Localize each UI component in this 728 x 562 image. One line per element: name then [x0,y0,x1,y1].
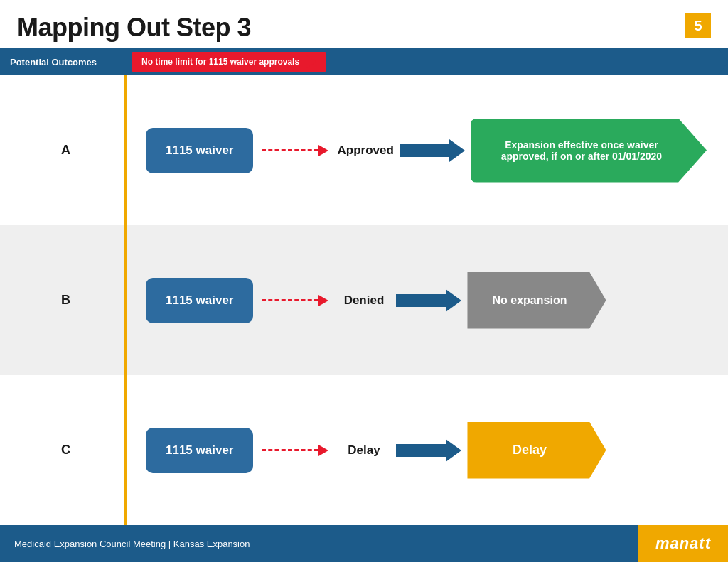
scenario-row-b: B 1115 waiver Denied No expansion [0,225,728,375]
scenario-content-b: 1115 waiver Denied No expansion [124,258,728,343]
result-shape-b: No expansion [467,272,606,329]
dashed-arrowhead-b [318,295,328,306]
scenario-label-a: A [0,143,124,158]
blue-arrow-head-a [449,139,465,162]
dashed-line-a [262,149,318,151]
slide: Mapping Out Step 3 5 Potential Outcomes … [0,0,728,562]
dashed-arrow-c [262,445,328,456]
footer: Medicaid Expansion Council Meeting | Kan… [0,525,728,562]
dashed-arrow-b [262,295,328,306]
waiver-box-c: 1115 waiver [146,428,253,473]
result-shape-c: Delay [467,422,606,479]
title-area: Mapping Out Step 3 5 [0,0,728,48]
dashed-line-b [262,299,318,301]
blue-arrow-a [400,139,465,162]
scenario-content-c: 1115 waiver Delay Delay [124,408,728,493]
scenario-label-c: C [0,443,124,458]
waiver-box-b: 1115 waiver [146,278,253,323]
scenario-row-a: A 1115 waiver Approved Expansion effecti… [0,75,728,225]
footer-text: Medicaid Expansion Council Meeting | Kan… [14,539,250,549]
blue-arrow-body-a [400,144,449,157]
outcome-label-c: Delay [337,443,390,458]
blue-arrow-head-b [446,289,461,312]
potential-outcomes-label: Potential Outcomes [0,48,124,75]
blue-arrow-body-b [396,294,446,307]
waiver-box-a: 1115 waiver [146,128,253,173]
blue-arrow-b [396,289,461,312]
outcome-label-a: Approved [337,144,393,158]
vertical-divider [124,75,127,525]
page-title: Mapping Out Step 3 [17,13,251,43]
dashed-arrowhead-c [318,445,328,456]
svg-marker-2 [691,48,728,75]
scenario-label-b: B [0,293,124,308]
scenario-content-a: 1115 waiver Approved Expansion effective… [124,104,728,197]
blue-arrow-c [396,439,461,462]
blue-arrow-body-c [396,444,446,457]
dashed-line-c [262,449,318,451]
blue-arrow-head-c [446,439,461,462]
dashed-arrowhead-a [318,145,328,156]
scenario-row-c: C 1115 waiver Delay Delay [0,375,728,525]
content-area: A 1115 waiver Approved Expansion effecti… [0,75,728,525]
header-bar: Potential Outcomes No time limit for 111… [0,48,728,75]
waiver-notice: No time limit for 1115 waiver approvals [132,52,326,72]
slide-number: 5 [685,13,711,38]
dashed-arrow-a [262,145,328,156]
header-right-arrow-icon [691,48,728,75]
outcome-label-b: Denied [337,293,390,308]
footer-logo: manatt [638,525,728,562]
result-shape-a: Expansion effective once waiver approved… [471,119,707,183]
